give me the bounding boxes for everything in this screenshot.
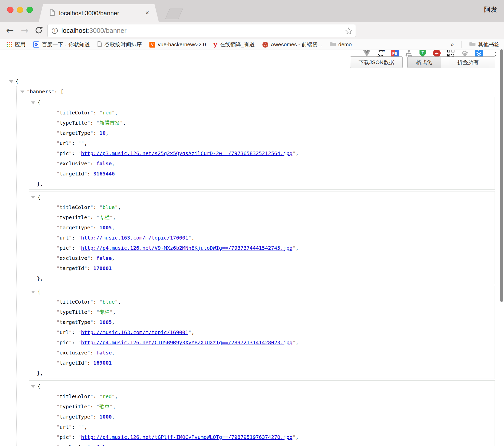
page-icon [50, 9, 55, 17]
json-line: "banners": [ [17, 86, 495, 97]
json-array-item: {"titleColor": "red","typeTitle": "新碟首发"… [29, 97, 495, 190]
json-line: "typeTitle": "新碟首发", [57, 118, 495, 128]
paw-icon[interactable] [460, 49, 469, 57]
bookmarks-divider [461, 41, 462, 48]
json-line: "pic": "http://p4.music.126.net/CTU5B9R9… [57, 337, 495, 348]
minimize-window-button[interactable] [17, 7, 23, 13]
json-line: "url": "http://music.163.com/m/topic/170… [57, 233, 495, 243]
download-manager-icon[interactable] [474, 49, 483, 57]
back-button[interactable]: ← [6, 24, 14, 37]
bookmark-google-sort[interactable]: 谷歌按时间排序 [97, 41, 142, 48]
collapse-caret-icon[interactable] [20, 91, 24, 93]
fast-forward-icon[interactable]: ▶▶ [432, 49, 441, 57]
json-line: "targetType": 1005, [57, 317, 495, 327]
sitemap-icon[interactable] [404, 49, 413, 57]
bookmark-vue-hackernews[interactable]: V vue-hackernews-2.0 [149, 41, 206, 48]
bookmark-label: 谷歌按时间排序 [104, 41, 142, 48]
json-line: "typeTitle": "歌单", [57, 402, 495, 412]
youdao-logo-icon: y [214, 42, 217, 47]
json-line: { [9, 76, 495, 86]
other-bookmarks-label: 其他书签 [478, 41, 499, 48]
collapse-caret-icon[interactable] [31, 385, 35, 388]
qrcode-icon[interactable] [446, 49, 455, 57]
json-link[interactable]: http://p3.music.126.net/s25q2x5QyqsAzilC… [81, 150, 292, 156]
json-line: "exclusive": false, [57, 253, 495, 263]
apps-grid-icon [7, 42, 12, 47]
bookmark-baidu[interactable]: 百度一下，你就知道 [33, 41, 90, 48]
tab-strip: localhost:3000/banner × 阿发 [0, 0, 504, 22]
json-line: "url": "", [57, 138, 495, 148]
shield-icon[interactable]: T [418, 49, 427, 57]
json-line: "exclusive": false, [57, 348, 495, 358]
download-json-button[interactable]: 下载JSON数据 [350, 56, 403, 68]
bookmark-youdao[interactable]: y 在线翻译_有道 [214, 41, 255, 48]
address-bar[interactable]: i localhost:3000/banner [47, 24, 356, 37]
collapse-caret-icon[interactable] [9, 80, 13, 83]
json-array-item: {"titleColor": "blue","typeTitle": "专栏",… [29, 286, 495, 379]
json-line: }, [29, 179, 495, 189]
url-host: localhost [61, 27, 88, 34]
bookmark-folder-demo[interactable]: demo [330, 41, 352, 48]
bookmarks-overflow-icon[interactable]: » [451, 41, 454, 48]
json-array-item: {"titleColor": "red","typeTitle": "歌单","… [29, 380, 495, 446]
browser-window: { "browser": { "profile_name": "阿发", "ta… [0, 0, 504, 446]
collapse-caret-icon[interactable] [31, 101, 35, 104]
json-line: "url": "", [57, 422, 495, 432]
bookmark-label: 百度一下，你就知道 [42, 41, 90, 48]
collapse-caret-icon[interactable] [31, 196, 35, 199]
fehelper-icon[interactable]: FE [390, 49, 399, 57]
json-line: "titleColor": "blue", [57, 297, 495, 307]
awesomes-logo-icon: A [262, 42, 268, 48]
json-line: "pic": "http://p4.music.126.net/tGPljf-I… [57, 432, 495, 442]
folder-icon [469, 41, 475, 48]
json-line: "exclusive": false [57, 442, 495, 446]
bookmark-star-icon[interactable] [345, 27, 353, 36]
json-link[interactable]: http://p4.music.126.net/V9-MXz6b2MNhEKju… [81, 245, 292, 251]
json-line: "exclusive": false, [57, 158, 495, 169]
format-button[interactable]: 格式化 [408, 57, 441, 68]
folder-icon [330, 41, 336, 48]
collapse-caret-icon[interactable] [31, 291, 35, 293]
json-line: "typeTitle": "专栏", [57, 307, 495, 317]
bookmark-awesomes[interactable]: A Awesomes - 前端资... [262, 41, 322, 48]
active-tab[interactable]: localhost:3000/banner × [39, 4, 159, 22]
window-controls [7, 7, 33, 13]
bookmark-label: 应用 [15, 41, 25, 48]
profile-name[interactable]: 阿发 [484, 5, 497, 14]
json-line: "targetType": 1000, [57, 412, 495, 422]
json-link[interactable]: http://p4.music.126.net/CTU5B9R9y3XyYBZX… [81, 339, 292, 346]
json-link[interactable]: http://music.163.com/m/topic/170001 [81, 235, 188, 241]
json-link[interactable]: http://music.163.com/m/topic/169001 [81, 329, 188, 335]
json-line: "targetId": 170001 [57, 263, 495, 273]
json-line: { [29, 97, 495, 108]
url-text[interactable]: localhost:3000/banner [61, 27, 127, 35]
collapse-all-button[interactable]: 折叠所有 [441, 57, 495, 68]
json-line: "targetId": 169001 [57, 358, 495, 368]
new-tab-button[interactable] [165, 8, 183, 19]
bookmark-label: demo [338, 41, 352, 48]
json-line: "targetType": 10, [57, 128, 495, 138]
tab-close-icon[interactable]: × [145, 9, 149, 17]
json-link[interactable]: http://p4.music.126.net/tGPljf-IMOCyPvum… [81, 434, 292, 440]
bookmark-label: 在线翻译_有道 [220, 41, 255, 48]
vue-logo-icon: V [149, 42, 155, 48]
scrollbar-thumb[interactable] [500, 49, 503, 302]
json-line: { [29, 192, 495, 202]
json-line: "targetId": 3165446 [57, 169, 495, 179]
page-icon [97, 41, 102, 48]
url-path: :3000/banner [88, 27, 127, 34]
json-line: "titleColor": "red", [57, 108, 495, 118]
bookmark-apps[interactable]: 应用 [7, 41, 25, 48]
other-bookmarks-folder[interactable]: 其他书签 [469, 41, 499, 48]
vue-devtools-icon[interactable] [362, 49, 371, 57]
json-line: }, [29, 273, 495, 284]
json-line: "titleColor": "red", [57, 391, 495, 402]
json-line: "targetType": 1005, [57, 222, 495, 233]
zoom-window-button[interactable] [26, 7, 33, 13]
json-line: "pic": "http://p4.music.126.net/V9-MXz6b… [57, 243, 495, 253]
close-window-button[interactable] [7, 7, 13, 13]
site-info-icon[interactable]: i [52, 28, 58, 34]
tab-title: localhost:3000/banner [59, 10, 119, 17]
translate-icon[interactable]: 英 en [376, 49, 385, 57]
reload-button[interactable] [34, 26, 43, 36]
